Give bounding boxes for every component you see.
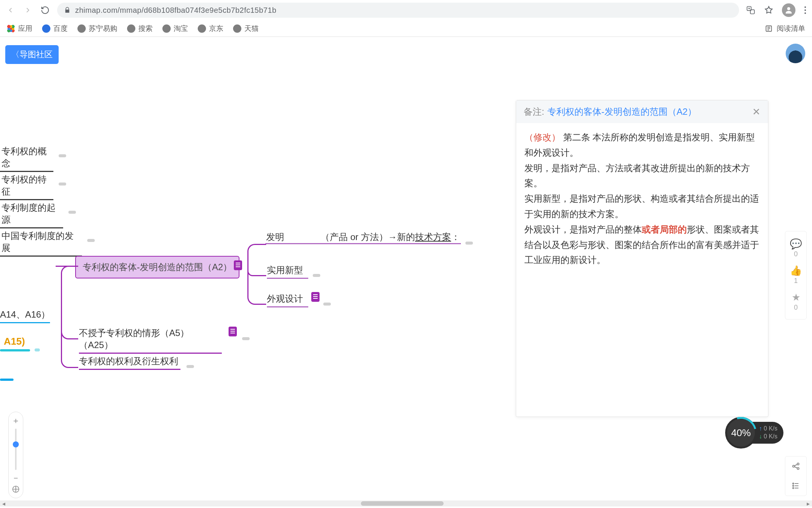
share-button[interactable] [785, 456, 806, 476]
reading-list-icon [765, 24, 773, 33]
mm-node[interactable]: A14、A16） [0, 309, 50, 323]
network-percent: 40% [725, 417, 757, 449]
svg-point-2 [787, 7, 790, 10]
mm-node[interactable]: 专利制度的起源 [0, 202, 63, 228]
site-icon [162, 24, 171, 33]
bookmark-label: 天猫 [244, 24, 259, 33]
scroll-left-icon[interactable]: ◂ [0, 500, 8, 507]
mm-node-selected[interactable]: 专利权的客体-发明创造的范围（A2） [75, 256, 239, 278]
ellipsis-icon[interactable] [35, 348, 40, 351]
mm-node[interactable]: 中国专利制度的发展 [0, 230, 82, 257]
scroll-thumb[interactable] [361, 501, 444, 506]
ellipsis-icon[interactable] [68, 211, 76, 214]
back-icon[interactable] [5, 5, 16, 15]
profile-avatar-icon[interactable] [782, 3, 795, 17]
comment-count: 0 [794, 250, 798, 258]
svg-point-4 [804, 9, 806, 11]
ellipsis-icon[interactable] [186, 365, 194, 368]
bookmark-search[interactable]: 搜索 [127, 24, 153, 33]
url-text: zhimap.com/mmap/d68b108fba074f3e9e5cb7b2… [75, 6, 732, 15]
network-widget[interactable]: 40% ↑ 0 K/s ↓ 0 K/s [725, 417, 783, 449]
notes-header: 备注: 专利权的客体-发明创造的范围（A2） ✕ [516, 100, 768, 123]
svg-point-5 [804, 12, 806, 14]
mm-node[interactable]: 外观设计 [267, 293, 308, 307]
ellipsis-icon[interactable] [59, 183, 66, 186]
mm-node[interactable]: 专利权的权利及衍生权利 [79, 355, 180, 370]
lock-icon [64, 7, 71, 14]
ellipsis-icon[interactable] [59, 154, 66, 157]
ellipsis-icon[interactable] [242, 337, 250, 340]
bookmarks-bar: 应用 百度 苏宁易购 搜索 淘宝 京东 天猫 阅读清单 [0, 20, 812, 37]
bookmark-baidu[interactable]: 百度 [42, 24, 68, 33]
address-bar[interactable]: zhimap.com/mmap/d68b108fba074f3e9e5cb7b2… [57, 3, 739, 18]
note-icon[interactable] [229, 327, 237, 336]
like-button[interactable]: 👍 1 [785, 262, 806, 289]
notes-prefix: 备注: [524, 106, 544, 118]
share-rail [785, 456, 807, 496]
outline-button[interactable] [785, 476, 806, 496]
translate-icon[interactable] [746, 5, 756, 15]
thumbs-up-icon: 👍 [790, 266, 802, 275]
star-icon[interactable] [764, 5, 774, 15]
scroll-track[interactable] [8, 500, 804, 506]
kebab-menu-icon[interactable] [804, 6, 807, 15]
ellipsis-icon[interactable] [87, 239, 95, 242]
comment-icon: 💬 [790, 239, 802, 249]
comment-button[interactable]: 💬 0 [785, 235, 806, 262]
favorite-button[interactable]: ★ 0 [785, 289, 806, 315]
bookmark-label: 搜索 [138, 24, 153, 33]
app-area: 〈导图社区 专利权的概念 专利权的特征 专利制度的起源 中国专利制度的发展 专利… [0, 37, 812, 508]
close-icon[interactable]: ✕ [752, 106, 760, 118]
zoom-out-button[interactable]: － [10, 472, 21, 484]
a15-underline [0, 349, 30, 351]
apps-icon [7, 24, 15, 33]
bookmark-apps[interactable]: 应用 [7, 24, 32, 33]
zoom-control: ＋ － [8, 412, 23, 498]
mm-underline [265, 243, 461, 244]
bookmark-label: 苏宁易购 [89, 24, 117, 33]
notes-text: 外观设计，是指对产品的整体 [524, 224, 642, 234]
notes-mod-tag: （修改） [524, 132, 561, 142]
mm-node[interactable]: 专利权的概念 [0, 145, 53, 172]
notes-title[interactable]: 专利权的客体-发明创造的范围（A2） [547, 106, 697, 118]
note-icon[interactable] [234, 260, 242, 270]
ellipsis-icon[interactable] [313, 274, 320, 277]
bookmark-tmall[interactable]: 天猫 [233, 24, 259, 33]
reload-icon[interactable] [40, 5, 50, 15]
bookmark-suning[interactable]: 苏宁易购 [77, 24, 117, 33]
bookmark-jd[interactable]: 京东 [198, 24, 223, 33]
bookmark-taobao[interactable]: 淘宝 [162, 24, 188, 33]
mm-text: 技术方案 [415, 232, 451, 242]
zoom-slider[interactable] [15, 429, 17, 470]
notes-body[interactable]: （修改） 第二条 本法所称的发明创造是指发明、实用新型和外观设计。 发明，是指对… [516, 123, 768, 417]
site-icon [198, 24, 206, 33]
mm-node-a15[interactable]: A15) [4, 336, 25, 347]
zoom-thumb[interactable] [13, 441, 19, 447]
site-icon [127, 24, 135, 33]
horizontal-scrollbar[interactable]: ◂ ▸ [0, 500, 812, 506]
mm-text: 发明 [266, 232, 284, 242]
mm-node[interactable]: 不授予专利权的情形（A5）（A25） [79, 327, 222, 354]
svg-point-11 [793, 485, 794, 487]
mm-node[interactable]: 专利权的特征 [0, 173, 53, 200]
bookmark-label: 京东 [209, 24, 223, 33]
notes-text: 发明，是指对产品、方法或者其改进所提出的新的技术方案。 [524, 161, 760, 192]
scroll-right-icon[interactable]: ▸ [804, 500, 812, 507]
zoom-fit-button[interactable] [10, 484, 21, 495]
svg-point-3 [804, 6, 806, 8]
notes-panel: 备注: 专利权的客体-发明创造的范围（A2） ✕ （修改） 第二条 本法所称的发… [516, 100, 768, 417]
forward-icon[interactable] [23, 5, 33, 15]
note-icon[interactable] [311, 292, 320, 302]
list-icon [791, 481, 800, 490]
ellipsis-icon[interactable] [323, 303, 331, 306]
ellipsis-icon[interactable] [465, 242, 473, 245]
mm-node[interactable]: 实用新型 [267, 264, 308, 279]
zoom-in-button[interactable]: ＋ [10, 415, 21, 426]
partial-line [0, 379, 14, 381]
mm-text: （产品 or 方法）→新的 [321, 232, 415, 242]
reading-list[interactable]: 阅读清单 [765, 24, 805, 33]
notes-text: 或者局部的 [642, 224, 687, 234]
browser-chrome: zhimap.com/mmap/d68b108fba074f3e9e5cb7b2… [0, 0, 812, 37]
address-bar-row: zhimap.com/mmap/d68b108fba074f3e9e5cb7b2… [0, 0, 812, 20]
mm-node[interactable]: 发明 （产品 or 方法）→新的技术方案： [266, 231, 460, 245]
